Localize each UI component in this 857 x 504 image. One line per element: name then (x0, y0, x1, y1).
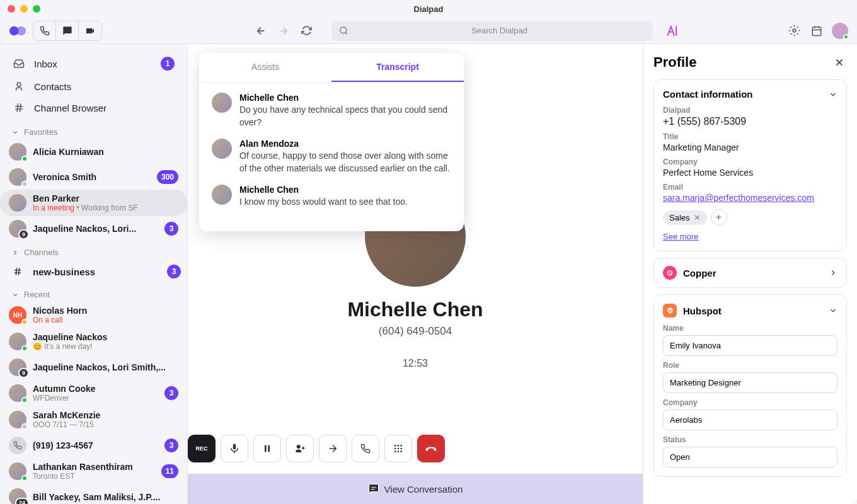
recent-contact[interactable]: Sarah McKenzieOOO 7/11 — 7/15 (0, 406, 187, 433)
maximize-window-button[interactable] (33, 5, 40, 13)
view-conversation-button[interactable]: View Conversation (188, 474, 643, 504)
contact-name: Autumn Cooke (33, 384, 158, 394)
contact-status: OOO 7/11 — 7/15 (33, 420, 178, 429)
field-label: Dialpad (663, 106, 837, 115)
dialpad-button[interactable] (384, 435, 412, 462)
email-link[interactable]: sara.marja@perfecthomeservices.com (663, 193, 814, 203)
badge: 3 (164, 438, 178, 452)
hubspot-company-input[interactable] (663, 410, 837, 430)
sidebar-nav-contacts[interactable]: Contacts (6, 76, 181, 97)
video-button[interactable] (79, 21, 101, 40)
message-button[interactable] (56, 21, 79, 40)
message-text: Of course, happy to send those over alon… (239, 150, 451, 175)
inbox-icon (13, 58, 25, 69)
chevron-down-icon (11, 129, 19, 136)
presence-dot (21, 397, 28, 403)
favorite-contact[interactable]: Veronica Smith300 (0, 164, 187, 190)
tab-transcript[interactable]: Transcript (331, 53, 464, 82)
section-channels[interactable]: Channels (0, 241, 187, 260)
contact-name: Jaqueline Nackos (33, 332, 178, 342)
avatar (212, 139, 232, 159)
favorite-contact[interactable]: 9Jaqueline Nackos, Lori...3 (0, 216, 187, 241)
close-window-button[interactable] (8, 5, 15, 13)
forward-button[interactable] (276, 23, 291, 38)
hubspot-status-input[interactable] (663, 447, 837, 467)
recent-contact[interactable]: 9Jaqueline Nackos, Lori Smith,... (0, 355, 187, 380)
mute-button[interactable] (221, 435, 248, 462)
section-recent[interactable]: Recent (0, 284, 187, 302)
integration-label: Copper (683, 268, 716, 278)
badge: 3 (164, 222, 178, 236)
back-button[interactable] (253, 23, 268, 38)
settings-icon[interactable] (786, 23, 802, 38)
favorite-contact[interactable]: Alicia Kurniawan (0, 139, 187, 164)
tab-assists[interactable]: Assists (199, 53, 331, 82)
topnav-right (786, 23, 848, 39)
recent-contact[interactable]: Autumn CookeWFDenver3 (0, 380, 187, 406)
recent-contact[interactable]: NHNicolas HornOn a call (0, 302, 187, 328)
recent-contact[interactable]: (919) 123-45673 (0, 433, 187, 458)
record-button[interactable]: REC (188, 435, 216, 462)
chevron-down-icon[interactable] (829, 306, 837, 315)
svg-point-20 (394, 448, 396, 450)
tag-sales[interactable]: Sales✕ (663, 210, 707, 225)
recent-contact[interactable]: Jaqueline Nackos😊 It's a new day! (0, 328, 187, 355)
sidebar-nav-inbox[interactable]: Inbox 1 (6, 52, 181, 76)
badge: 3 (164, 386, 178, 400)
user-avatar[interactable] (832, 23, 848, 39)
close-panel-button[interactable] (832, 55, 847, 70)
transfer-button[interactable] (319, 435, 347, 462)
add-tag-button[interactable]: + (711, 209, 727, 226)
avatar (9, 143, 26, 161)
field-label: Title (663, 132, 837, 141)
window-titlebar: Dialpad (0, 0, 857, 18)
section-favorites[interactable]: Favorites (0, 121, 187, 139)
profile-title: Profile (653, 54, 696, 71)
search-icon (339, 26, 348, 35)
sidebar-nav-channel-browser[interactable]: Channel Browser (6, 97, 181, 118)
call-duration: 12:53 (403, 358, 428, 369)
app-logo[interactable] (9, 22, 26, 40)
svg-line-8 (17, 103, 18, 112)
contact-name: Sarah McKenzie (33, 410, 178, 420)
avatar (9, 384, 26, 402)
remove-tag-icon[interactable]: ✕ (694, 213, 701, 222)
favorite-contact[interactable]: Ben ParkerIn a meeting • Working from SF (0, 190, 187, 216)
hangup-button[interactable] (417, 435, 445, 462)
hubspot-role-input[interactable] (663, 372, 837, 393)
svg-rect-15 (268, 445, 270, 452)
contact-status: On a call (33, 316, 178, 324)
nav-label: Inbox (34, 59, 57, 69)
search-bar[interactable]: Search Dialpad (331, 21, 653, 41)
avatar (212, 185, 232, 205)
speaker-name: Michelle Chen (239, 185, 408, 195)
recent-contact[interactable]: 24Bill Yackey, Sam Maliksi, J.P.... (0, 484, 187, 504)
add-participant-button[interactable] (286, 435, 314, 462)
channel-item[interactable]: new-business 3 (0, 260, 187, 284)
copper-icon: ⊙ (663, 266, 677, 280)
hold-button[interactable] (253, 435, 281, 462)
copper-card[interactable]: ⊙ Copper (653, 258, 847, 288)
nav-label: Channel Browser (34, 103, 106, 113)
svg-point-16 (297, 445, 301, 449)
call-button[interactable] (33, 21, 56, 40)
member-count: 9 (18, 229, 29, 239)
see-more-link[interactable]: See more (663, 232, 698, 241)
hubspot-icon: ⚙ (663, 304, 677, 318)
presence-indicator (843, 34, 849, 40)
calendar-icon[interactable] (809, 23, 824, 38)
message-text: Do you have any technical specs that you… (239, 104, 451, 129)
refresh-button[interactable] (299, 23, 314, 38)
contact-status: WFDenver (33, 394, 158, 403)
recent-contact[interactable]: Lathankan RasenthiramToronto EST11 (0, 458, 187, 484)
svg-line-9 (20, 103, 21, 112)
caller-phone: (604) 649-0504 (379, 325, 452, 338)
presence-dot (21, 345, 28, 352)
minimize-window-button[interactable] (20, 5, 28, 13)
ai-badge[interactable] (667, 25, 681, 37)
hubspot-name-input[interactable] (663, 335, 837, 356)
chevron-down-icon[interactable] (829, 90, 837, 99)
call-options-button[interactable] (352, 435, 379, 462)
avatar (9, 437, 26, 454)
avatar (9, 168, 26, 186)
